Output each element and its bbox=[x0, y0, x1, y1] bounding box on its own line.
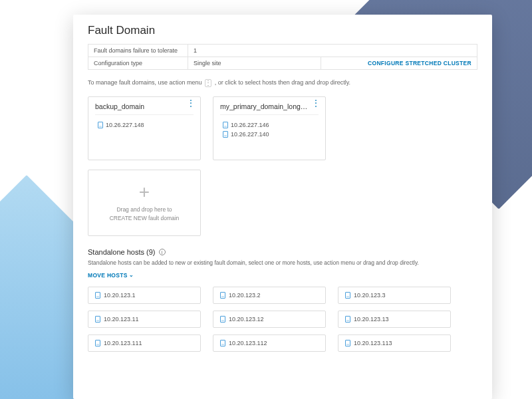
fault-domains-row: backup_domain ⋮ 10.26.227.148 my_primary… bbox=[88, 96, 477, 160]
standalone-host-card[interactable]: 10.20.123.113 bbox=[338, 334, 451, 352]
host-icon bbox=[345, 292, 350, 299]
ftt-label: Fault domains failure to tolerate bbox=[88, 45, 188, 57]
page-title: Fault Domain bbox=[88, 24, 477, 37]
standalone-host-card[interactable]: 10.20.123.111 bbox=[88, 334, 201, 352]
host-ip: 10.20.123.12 bbox=[229, 316, 264, 323]
config-label: Configuration type bbox=[88, 57, 188, 70]
standalone-host-card[interactable]: 10.20.123.12 bbox=[213, 311, 326, 328]
host-icon bbox=[345, 316, 350, 323]
standalone-host-card[interactable]: 10.20.123.1 bbox=[88, 287, 201, 304]
chevron-down-icon: ⌄ bbox=[129, 272, 134, 278]
plus-icon: + bbox=[139, 183, 150, 201]
fault-domain-title: backup_domain bbox=[95, 102, 194, 115]
help-text: To manage fault domains, use action menu… bbox=[88, 78, 477, 87]
help-text-pre: To manage fault domains, use action menu bbox=[88, 79, 203, 86]
help-text-post: , or click to select hosts then drag and… bbox=[215, 79, 350, 86]
fault-domain-hosts: 10.26.227.148 bbox=[95, 115, 194, 130]
host-item[interactable]: 10.26.227.146 bbox=[220, 120, 319, 130]
standalone-host-card[interactable]: 10.20.123.112 bbox=[213, 334, 326, 352]
kebab-menu-icon[interactable]: ⋮ bbox=[187, 101, 195, 105]
create-line1: Drag and drop here to bbox=[116, 205, 172, 214]
host-ip: 10.20.123.3 bbox=[354, 292, 386, 299]
host-icon bbox=[220, 292, 225, 299]
host-icon bbox=[98, 122, 103, 128]
standalone-host-card[interactable]: 10.20.123.3 bbox=[338, 287, 451, 304]
info-icon[interactable]: i bbox=[159, 249, 166, 255]
host-icon bbox=[220, 316, 225, 323]
kebab-menu-icon: ⋮ bbox=[205, 79, 211, 87]
fault-domain-card[interactable]: my_primary_domain_long_n... ⋮ 10.26.227.… bbox=[213, 96, 326, 160]
summary-table: Fault domains failure to tolerate 1 Conf… bbox=[88, 44, 477, 70]
ftt-value: 1 bbox=[188, 45, 477, 57]
host-ip: 10.20.123.11 bbox=[104, 316, 139, 323]
standalone-hosts-title: Standalone hosts (9) i bbox=[88, 248, 477, 256]
standalone-host-card[interactable]: 10.20.123.13 bbox=[338, 311, 451, 328]
host-ip: 10.20.123.1 bbox=[104, 292, 136, 299]
standalone-description: Standalone hosts can be added to new or … bbox=[88, 259, 477, 267]
host-ip: 10.26.227.148 bbox=[106, 122, 144, 128]
host-icon bbox=[345, 340, 350, 346]
create-line2: CREATE NEW fault domain bbox=[110, 214, 180, 223]
standalone-hosts-grid: 10.20.123.1 10.20.123.2 10.20.123.3 10.2… bbox=[88, 287, 477, 352]
host-ip: 10.20.123.111 bbox=[104, 340, 142, 346]
move-hosts-label: MOVE HOSTS bbox=[88, 272, 128, 279]
host-item[interactable]: 10.26.227.148 bbox=[95, 120, 194, 130]
summary-row-config: Configuration type Single site CONFIGURE… bbox=[88, 57, 477, 70]
fault-domain-card[interactable]: backup_domain ⋮ 10.26.227.148 bbox=[88, 96, 201, 160]
host-ip: 10.20.123.112 bbox=[229, 340, 267, 346]
host-icon bbox=[223, 131, 228, 138]
kebab-menu-icon[interactable]: ⋮ bbox=[312, 101, 320, 105]
standalone-title-suffix: ) bbox=[153, 248, 156, 256]
host-ip: 10.20.123.2 bbox=[229, 292, 261, 299]
config-value: Single site bbox=[188, 57, 321, 70]
standalone-title-prefix: Standalone hosts ( bbox=[88, 248, 149, 256]
summary-row-ftt: Fault domains failure to tolerate 1 bbox=[88, 45, 477, 57]
host-icon bbox=[95, 316, 100, 323]
host-item[interactable]: 10.26.227.140 bbox=[220, 130, 319, 139]
host-icon bbox=[95, 292, 100, 299]
configure-stretched-cluster-link[interactable]: CONFIGURE STRETCHED CLUSTER bbox=[321, 57, 477, 70]
host-ip: 10.26.227.146 bbox=[231, 122, 269, 128]
fault-domain-panel: Fault Domain Fault domains failure to to… bbox=[73, 15, 492, 399]
standalone-host-card[interactable]: 10.20.123.11 bbox=[88, 311, 201, 328]
standalone-host-card[interactable]: 10.20.123.2 bbox=[213, 287, 326, 304]
move-hosts-button[interactable]: MOVE HOSTS ⌄ bbox=[88, 272, 134, 279]
host-ip: 10.20.123.113 bbox=[354, 340, 392, 346]
host-ip: 10.20.123.13 bbox=[354, 316, 389, 323]
host-icon bbox=[95, 340, 100, 346]
fault-domain-hosts: 10.26.227.146 10.26.227.140 bbox=[220, 115, 319, 139]
host-icon bbox=[220, 340, 225, 346]
host-icon bbox=[223, 122, 228, 128]
host-ip: 10.26.227.140 bbox=[231, 131, 269, 138]
fault-domain-title: my_primary_domain_long_n... bbox=[220, 102, 319, 115]
create-fault-domain-dropzone[interactable]: + Drag and drop here to CREATE NEW fault… bbox=[88, 170, 201, 236]
